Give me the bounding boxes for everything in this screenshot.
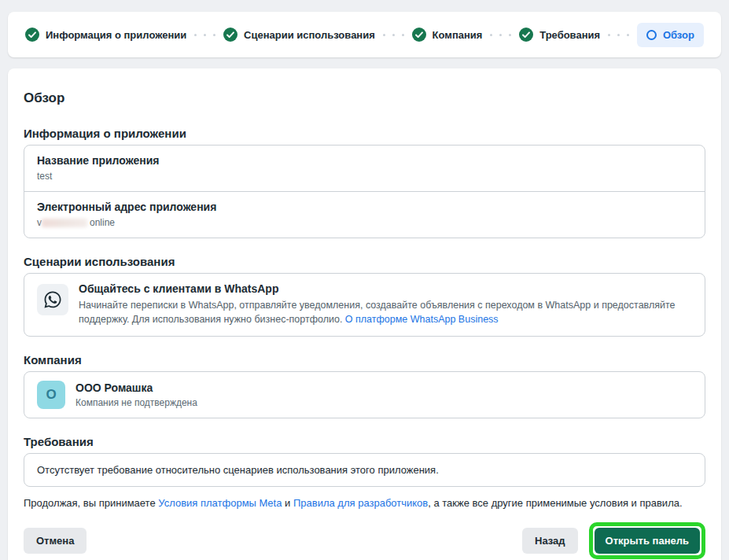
- step-label: Сценарии использования: [244, 29, 375, 41]
- step-separator-dots: [194, 34, 215, 36]
- requirements-box: Отсутствует требование относительно сцен…: [24, 453, 705, 487]
- app-info-box: Название приложения test Электронный адр…: [24, 145, 705, 238]
- step-label: Требования: [539, 29, 600, 41]
- legal-conjunction: и: [282, 497, 293, 509]
- legal-prefix: Продолжая, вы принимаете: [24, 497, 158, 509]
- whatsapp-business-link[interactable]: О платформе WhatsApp Business: [345, 314, 499, 325]
- whatsapp-icon: [37, 284, 68, 315]
- footer-right-actions: Назад Открыть панель: [522, 522, 705, 559]
- step-separator-dots: [608, 34, 629, 36]
- step-label: Информация о приложении: [46, 29, 186, 41]
- usecase-title: Общайтесь с клиентами в WhatsApp: [79, 282, 692, 296]
- app-email-value: vonline: [37, 217, 692, 228]
- app-email-row: Электронный адрес приложения vonline: [24, 191, 705, 238]
- legal-suffix: , а также все другие применимые условия …: [428, 497, 682, 509]
- check-circle-icon: [25, 28, 39, 42]
- app-name-row: Название приложения test: [24, 146, 705, 191]
- section-heading-company: Компания: [24, 353, 705, 367]
- app-email-label: Электронный адрес приложения: [37, 201, 692, 214]
- check-circle-icon: [412, 28, 426, 42]
- check-circle-icon: [519, 28, 533, 42]
- usecase-description: Начинайте переписки в WhatsApp, отправля…: [79, 298, 692, 326]
- step-requirements[interactable]: Требования: [519, 28, 600, 42]
- cancel-button[interactable]: Отмена: [24, 528, 87, 554]
- section-heading-app-info: Информация о приложении: [24, 127, 705, 140]
- step-separator-dots: [383, 34, 404, 36]
- section-heading-requirements: Требования: [24, 435, 705, 448]
- overview-panel: Обзор Информация о приложении Название п…: [8, 68, 721, 560]
- check-circle-icon: [223, 28, 237, 42]
- open-dashboard-button[interactable]: Открыть панель: [595, 528, 700, 554]
- company-name: ООО Ромашка: [75, 381, 197, 395]
- section-heading-use-cases: Сценарии использования: [24, 255, 705, 268]
- developer-policies-link[interactable]: Правила для разработчиков: [293, 497, 428, 509]
- email-redacted-blur: [42, 219, 87, 227]
- email-visible-suffix: online: [90, 217, 115, 228]
- step-use-cases[interactable]: Сценарии использования: [223, 28, 375, 42]
- step-overview-current[interactable]: Обзор: [637, 23, 704, 47]
- usecase-content: Общайтесь с клиентами в WhatsApp Начинай…: [79, 282, 692, 326]
- wizard-stepper: Информация о приложении Сценарии использ…: [8, 12, 721, 57]
- step-company[interactable]: Компания: [412, 28, 483, 42]
- current-step-circle-icon: [646, 30, 657, 40]
- click-highlight-frame: Открыть панель: [589, 522, 705, 559]
- step-separator-dots: [490, 34, 511, 36]
- company-box: O ООО Ромашка Компания не подтверждена: [24, 371, 705, 418]
- company-avatar: O: [37, 381, 65, 409]
- page-title: Обзор: [24, 90, 705, 106]
- app-name-label: Название приложения: [37, 154, 692, 168]
- meta-platform-terms-link[interactable]: Условия платформы Meta: [158, 497, 282, 509]
- step-app-info[interactable]: Информация о приложении: [25, 28, 186, 42]
- back-button[interactable]: Назад: [522, 528, 578, 554]
- whatsapp-usecase-box: Общайтесь с клиентами в WhatsApp Начинай…: [24, 273, 705, 337]
- app-name-value: test: [37, 171, 692, 182]
- company-status: Компания не подтверждена: [75, 397, 197, 408]
- footer-actions: Отмена Назад Открыть панель: [24, 522, 705, 559]
- legal-text: Продолжая, вы принимаете Условия платфор…: [24, 497, 705, 510]
- step-label: Компания: [433, 29, 483, 41]
- step-label: Обзор: [663, 29, 694, 41]
- company-content: ООО Ромашка Компания не подтверждена: [75, 381, 197, 408]
